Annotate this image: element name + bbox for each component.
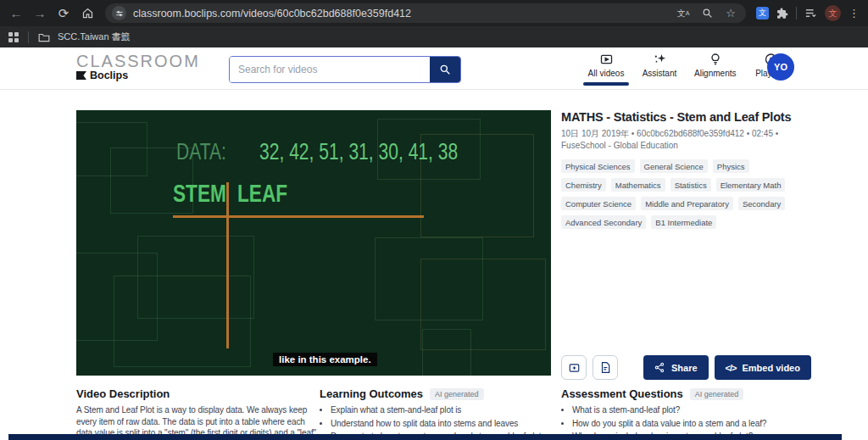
translate-icon[interactable]: 文A xyxy=(675,8,692,19)
document-icon xyxy=(599,361,611,374)
board-table-horizontal-line xyxy=(173,215,424,218)
board-table-vertical-line xyxy=(226,182,229,348)
browser-window: ← → ⟳ classroom.boclips.com/videos/60c0b… xyxy=(0,0,868,440)
code-icon: </> xyxy=(726,363,737,373)
ai-generated-badge: AI generated xyxy=(430,388,484,400)
browser-toolbar: ← → ⟳ classroom.boclips.com/videos/60c0b… xyxy=(0,0,868,26)
bookmarks-bar: SCC.Taiwan 書籤 xyxy=(0,26,868,47)
share-label: Share xyxy=(671,363,698,373)
tag-chip[interactable]: Computer Science xyxy=(561,197,636,210)
toolbar-extensions-area: 文 文 ⋮ xyxy=(753,5,863,21)
tag-chip[interactable]: B1 Intermediate xyxy=(651,215,716,229)
reading-list-icon[interactable] xyxy=(804,7,817,19)
description-heading: Video Description xyxy=(76,387,320,400)
search-button[interactable] xyxy=(430,57,460,82)
questions-heading: Assessment Questions xyxy=(561,387,683,400)
tag-chip[interactable]: Statistics xyxy=(670,178,711,192)
forward-icon[interactable]: → xyxy=(29,3,51,25)
add-to-playlist-button[interactable] xyxy=(561,355,587,380)
tab-label: Assistant xyxy=(643,69,677,78)
board-stem-label: STEM xyxy=(173,180,226,208)
board-data-label: DATA: xyxy=(176,139,226,165)
tag-chip[interactable]: Elementary Math xyxy=(716,178,786,192)
board-pattern-rect xyxy=(422,329,471,376)
bookmark-folder-label[interactable]: SCC.Taiwan 書籤 xyxy=(58,31,131,43)
assessment-questions-section: Assessment Questions AI generated What i… xyxy=(561,387,805,440)
boclips-logo-icon xyxy=(76,71,86,80)
embed-video-button[interactable]: </> Embed video xyxy=(715,355,811,380)
sparkle-icon xyxy=(653,53,667,66)
video-meta: 10日 10月 2019年 • 60c0bc62bd688f0e359fd412… xyxy=(561,128,798,152)
tab-all-videos[interactable]: All videos xyxy=(585,53,627,78)
video-title: MATHS - Statistics - Stem and Leaf Plots xyxy=(561,110,798,124)
video-player[interactable]: DATA: 32, 42, 51, 31, 30, 41, 38 STEM LE… xyxy=(76,110,551,376)
outcomes-heading: Learning Outcomes xyxy=(320,387,423,400)
outcome-item: Explain what a stem-and-leaf plot is xyxy=(331,404,552,416)
toolbar-separator xyxy=(796,7,797,19)
zoom-page-icon[interactable] xyxy=(698,8,715,19)
embed-label: Embed video xyxy=(742,363,799,373)
board-data-values: 32, 42, 51, 31, 30, 41, 38 xyxy=(259,139,458,165)
site-settings-icon[interactable] xyxy=(112,6,126,20)
board-leaf-label: LEAF xyxy=(237,180,287,208)
user-avatar[interactable]: YO xyxy=(767,53,794,81)
tab-alignments[interactable]: Alignments xyxy=(692,53,738,78)
bookmark-star-icon[interactable]: ☆ xyxy=(722,7,739,19)
logo-brand-label: Boclips xyxy=(90,70,128,81)
tab-assistant[interactable]: Assistant xyxy=(638,53,681,78)
back-icon[interactable]: ← xyxy=(5,3,27,25)
home-icon[interactable] xyxy=(76,3,98,25)
extensions-puzzle-icon[interactable] xyxy=(776,8,788,19)
chrome-menu-icon[interactable]: ⋮ xyxy=(849,7,860,19)
question-item: How do you split a data value into a ste… xyxy=(572,418,805,430)
share-icon xyxy=(654,362,665,373)
reload-icon[interactable]: ⟳ xyxy=(53,3,75,25)
tag-chip[interactable]: Middle and Preparatory xyxy=(641,197,733,210)
tag-chip[interactable]: General Science xyxy=(640,159,708,173)
lightbulb-icon xyxy=(709,53,722,66)
active-tab-underline xyxy=(583,82,629,86)
tag-chip[interactable]: Mathematics xyxy=(611,178,665,192)
apps-grid-icon[interactable] xyxy=(8,32,19,42)
main-nav: All videos Assistant Alignments Playlist… xyxy=(585,53,792,78)
url-text[interactable]: classroom.boclips.com/videos/60c0bc62bd6… xyxy=(133,8,668,19)
footer-bar xyxy=(8,434,842,440)
video-details-panel: MATHS - Statistics - Stem and Leaf Plots… xyxy=(561,110,798,229)
videos-icon xyxy=(599,53,614,66)
video-caption: like in this example. xyxy=(273,353,377,366)
question-item: What is a stem-and-leaf plot? xyxy=(572,404,805,416)
address-bar[interactable]: classroom.boclips.com/videos/60c0bc62bd6… xyxy=(105,3,746,23)
tab-label: Alignments xyxy=(694,69,736,78)
video-description-section: Video Description A Stem and Leaf Plot i… xyxy=(76,387,320,440)
tag-chip[interactable]: Physical Sciences xyxy=(561,159,635,173)
logo-title: CLASSROOM xyxy=(76,53,200,70)
tag-chip[interactable]: Chemistry xyxy=(561,178,606,192)
tab-label: All videos xyxy=(588,69,625,78)
tag-chip[interactable]: Physics xyxy=(713,159,749,173)
tag-chip[interactable]: Advanced Secondary xyxy=(561,215,646,229)
classroom-logo[interactable]: CLASSROOM Boclips xyxy=(76,53,200,81)
subject-tags: Physical Sciences General Science Physic… xyxy=(561,159,798,229)
ai-generated-badge: AI generated xyxy=(690,388,744,400)
folder-icon xyxy=(38,32,50,42)
video-meta-line1: 10日 10月 2019年 • 60c0bc62bd688f0e359fd412… xyxy=(561,128,798,140)
add-to-playlist-icon xyxy=(568,362,581,374)
outcome-item: Understand how to split data into stems … xyxy=(331,418,552,430)
video-actions: Share </> Embed video xyxy=(561,355,811,380)
search-input[interactable] xyxy=(230,57,430,82)
board-data-row: DATA: 32, 42, 51, 31, 30, 41, 38 xyxy=(176,139,514,165)
translate-extension-icon[interactable]: 文 xyxy=(756,7,769,19)
learning-outcomes-section: Learning Outcomes AI generated Explain w… xyxy=(320,387,552,440)
board-pattern-rect xyxy=(137,236,254,319)
profile-avatar[interactable]: 文 xyxy=(825,5,841,21)
video-meta-line2[interactable]: FuseSchool - Global Education xyxy=(561,140,798,152)
tag-chip[interactable]: Secondary xyxy=(738,197,785,210)
search-bar xyxy=(229,56,461,83)
transcript-button[interactable] xyxy=(593,355,618,380)
share-button[interactable]: Share xyxy=(643,355,709,380)
bookmarks-separator xyxy=(28,31,29,43)
